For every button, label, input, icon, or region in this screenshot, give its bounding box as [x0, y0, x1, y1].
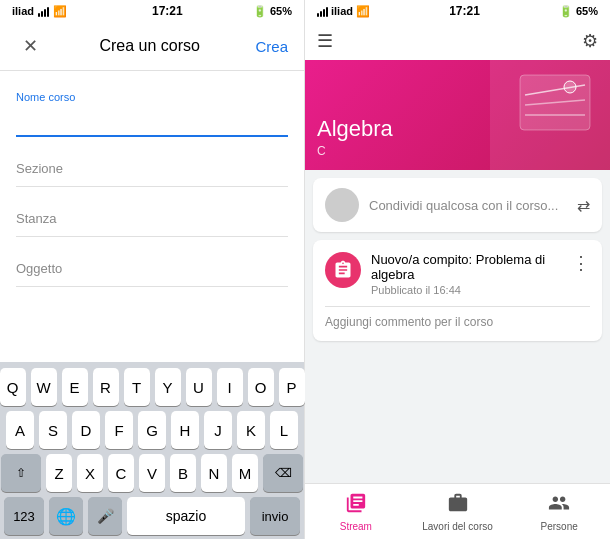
key-l[interactable]: L	[270, 411, 298, 449]
stream-label: Stream	[340, 521, 372, 532]
emoji-key[interactable]: 🌐	[49, 497, 83, 535]
return-key[interactable]: invio	[250, 497, 300, 535]
right-signal-icon	[317, 5, 328, 17]
key-v[interactable]: V	[139, 454, 165, 492]
key-t[interactable]: T	[124, 368, 150, 406]
left-battery: 🔋 65%	[253, 5, 292, 18]
left-time: 17:21	[152, 4, 183, 18]
delete-key[interactable]: ⌫	[263, 454, 303, 492]
post-info: Nuovo/a compito: Problema di algebra Pub…	[371, 252, 562, 296]
room-field[interactable]: Stanza	[16, 211, 288, 237]
battery-pct: 65%	[270, 5, 292, 17]
wifi-icon: 📶	[53, 5, 67, 18]
carrier-text: iliad	[12, 5, 34, 17]
create-course-panel: iliad 📶 17:21 🔋 65% ✕ Crea un corso Crea…	[0, 0, 305, 539]
key-d[interactable]: D	[72, 411, 100, 449]
keyboard-row-1: Q W E R T Y U I O P	[4, 368, 300, 406]
key-r[interactable]: R	[93, 368, 119, 406]
mic-key[interactable]: 🎤	[88, 497, 122, 535]
settings-button[interactable]: ⚙	[582, 30, 598, 52]
right-wifi-icon: 📶	[356, 5, 370, 18]
key-p[interactable]: P	[279, 368, 305, 406]
post-title: Nuovo/a compito: Problema di algebra	[371, 252, 562, 282]
key-s[interactable]: S	[39, 411, 67, 449]
confirm-button[interactable]: Crea	[255, 38, 288, 55]
nav-stream[interactable]: Stream	[305, 484, 407, 539]
course-title: Algebra	[317, 116, 393, 142]
key-q[interactable]: Q	[0, 368, 26, 406]
key-o[interactable]: O	[248, 368, 274, 406]
key-z[interactable]: Z	[46, 454, 72, 492]
course-name-input[interactable]	[16, 107, 288, 129]
subject-field[interactable]: Oggetto	[16, 261, 288, 287]
nav-lavori[interactable]: Lavori del corso	[407, 484, 509, 539]
share-card[interactable]: Condividi qualcosa con il corso... ⇄	[313, 178, 602, 232]
shift-key[interactable]: ⇧	[1, 454, 41, 492]
right-battery: 🔋 65%	[559, 5, 598, 18]
key-m[interactable]: M	[232, 454, 258, 492]
battery-icon: 🔋	[253, 5, 267, 18]
course-name-field[interactable]: Nome corso	[16, 91, 288, 137]
key-b[interactable]: B	[170, 454, 196, 492]
share-placeholder-text[interactable]: Condividi qualcosa con il corso...	[369, 198, 567, 213]
subject-label: Oggetto	[16, 261, 288, 276]
post-header: Nuovo/a compito: Problema di algebra Pub…	[325, 252, 590, 296]
course-info: Algebra C	[317, 116, 393, 158]
key-u[interactable]: U	[186, 368, 212, 406]
space-key[interactable]: spazio	[127, 497, 245, 535]
right-status-bar: iliad 📶 17:21 🔋 65%	[305, 0, 610, 22]
classroom-stream-panel: iliad 📶 17:21 🔋 65% ☰ ⚙ Algebra C	[305, 0, 610, 539]
menu-button[interactable]: ☰	[317, 30, 333, 52]
left-status-carrier: iliad 📶	[12, 5, 67, 18]
course-banner: Algebra C	[305, 60, 610, 170]
signal-bars-icon	[38, 5, 49, 17]
user-avatar	[325, 188, 359, 222]
svg-point-4	[564, 81, 576, 93]
keyboard-row-2: A S D F G H J K L	[4, 411, 300, 449]
right-battery-pct: 65%	[576, 5, 598, 17]
key-c[interactable]: C	[108, 454, 134, 492]
stream-icon	[345, 492, 367, 519]
lavori-icon	[447, 492, 469, 519]
nav-persone[interactable]: Persone	[508, 484, 610, 539]
persone-icon	[548, 492, 570, 519]
keyboard: Q W E R T Y U I O P A S D F G H J K L ⇧ …	[0, 362, 304, 539]
right-carrier-text: iliad	[331, 5, 353, 17]
assignment-icon	[333, 260, 353, 280]
bottom-navigation: Stream Lavori del corso Persone	[305, 483, 610, 539]
key-k[interactable]: K	[237, 411, 265, 449]
key-y[interactable]: Y	[155, 368, 181, 406]
key-j[interactable]: J	[204, 411, 232, 449]
right-top-bar: ☰ ⚙	[305, 22, 610, 60]
section-field[interactable]: Sezione	[16, 161, 288, 187]
key-a[interactable]: A	[6, 411, 34, 449]
stream-content: Condividi qualcosa con il corso... ⇄ Nuo…	[305, 170, 610, 483]
key-i[interactable]: I	[217, 368, 243, 406]
persone-label: Persone	[541, 521, 578, 532]
section-label: Sezione	[16, 161, 288, 176]
course-subtitle: C	[317, 144, 393, 158]
modal-header: ✕ Crea un corso Crea	[0, 22, 304, 71]
room-label: Stanza	[16, 211, 288, 226]
banner-math-icon	[505, 65, 605, 145]
comment-placeholder[interactable]: Aggiungi commento per il corso	[325, 306, 590, 329]
key-g[interactable]: G	[138, 411, 166, 449]
numbers-key[interactable]: 123	[4, 497, 44, 535]
key-e[interactable]: E	[62, 368, 88, 406]
key-h[interactable]: H	[171, 411, 199, 449]
key-x[interactable]: X	[77, 454, 103, 492]
post-time: Pubblicato il 16:44	[371, 284, 562, 296]
right-battery-icon: 🔋	[559, 5, 573, 18]
modal-title: Crea un corso	[99, 37, 200, 55]
course-name-label: Nome corso	[16, 91, 288, 103]
key-n[interactable]: N	[201, 454, 227, 492]
keyboard-bottom-row: 123 🌐 🎤 spazio invio	[4, 497, 300, 535]
share-icon[interactable]: ⇄	[577, 196, 590, 215]
post-type-icon	[325, 252, 361, 288]
post-more-button[interactable]: ⋮	[572, 252, 590, 274]
right-time: 17:21	[449, 4, 480, 18]
key-w[interactable]: W	[31, 368, 57, 406]
post-card: Nuovo/a compito: Problema di algebra Pub…	[313, 240, 602, 341]
key-f[interactable]: F	[105, 411, 133, 449]
close-button[interactable]: ✕	[16, 32, 44, 60]
